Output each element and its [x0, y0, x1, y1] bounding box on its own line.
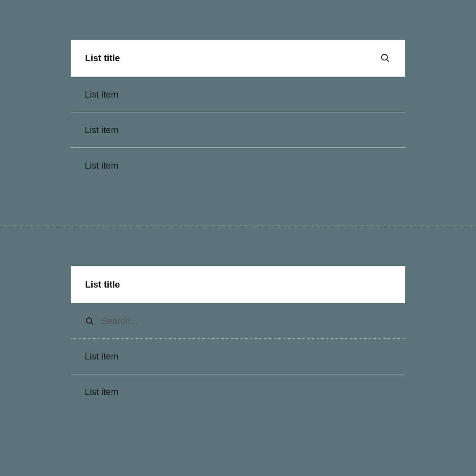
search-icon [380, 53, 390, 64]
list-item[interactable]: List item [71, 374, 405, 410]
svg-point-2 [86, 318, 92, 323]
search-input[interactable] [101, 316, 391, 326]
list-item-label: List item [85, 125, 119, 136]
panel: List title List item List item [71, 266, 405, 410]
svg-point-0 [382, 54, 388, 60]
panel-expanded-search: List title List item List item [0, 266, 476, 410]
panel: List title List item List item List item [71, 40, 405, 183]
list: List item List item [71, 339, 405, 410]
list-item-label: List item [85, 387, 119, 397]
list-item[interactable]: List item [71, 77, 405, 112]
list-header: List title [71, 40, 405, 77]
search-toggle-button[interactable] [379, 52, 391, 64]
list-item[interactable]: List item [71, 112, 405, 148]
svg-line-3 [91, 322, 93, 324]
list: List item List item List item [71, 77, 405, 183]
example-divider [0, 226, 476, 226]
list-title: List title [85, 279, 120, 290]
search-row [71, 303, 405, 339]
list-item[interactable]: List item [71, 339, 405, 374]
list-title: List title [85, 53, 120, 64]
search-icon [85, 316, 95, 326]
list-item-label: List item [85, 351, 119, 362]
list-header: List title [71, 266, 405, 303]
panel-collapsed-search: List title List item List item List item [0, 40, 476, 183]
list-item-label: List item [85, 89, 119, 100]
svg-line-1 [387, 59, 389, 62]
list-item-label: List item [85, 160, 119, 171]
list-item[interactable]: List item [71, 148, 405, 183]
